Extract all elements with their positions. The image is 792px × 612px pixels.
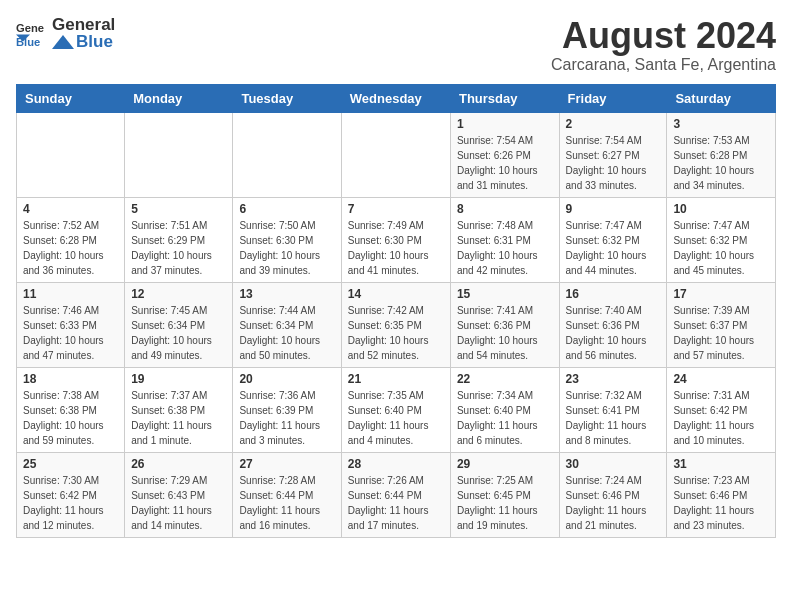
col-thursday: Thursday <box>450 84 559 112</box>
day-info: Sunrise: 7:40 AMSunset: 6:36 PMDaylight:… <box>566 303 661 363</box>
day-info: Sunrise: 7:54 AMSunset: 6:27 PMDaylight:… <box>566 133 661 193</box>
calendar-cell: 22Sunrise: 7:34 AMSunset: 6:40 PMDayligh… <box>450 367 559 452</box>
day-info: Sunrise: 7:46 AMSunset: 6:33 PMDaylight:… <box>23 303 118 363</box>
day-number: 18 <box>23 372 118 386</box>
col-friday: Friday <box>559 84 667 112</box>
calendar-cell: 7Sunrise: 7:49 AMSunset: 6:30 PMDaylight… <box>341 197 450 282</box>
calendar-cell: 8Sunrise: 7:48 AMSunset: 6:31 PMDaylight… <box>450 197 559 282</box>
title-section: August 2024 Carcarana, Santa Fe, Argenti… <box>551 16 776 74</box>
day-info: Sunrise: 7:23 AMSunset: 6:46 PMDaylight:… <box>673 473 769 533</box>
day-number: 13 <box>239 287 334 301</box>
day-info: Sunrise: 7:32 AMSunset: 6:41 PMDaylight:… <box>566 388 661 448</box>
day-number: 7 <box>348 202 444 216</box>
calendar-cell: 27Sunrise: 7:28 AMSunset: 6:44 PMDayligh… <box>233 452 341 537</box>
day-number: 14 <box>348 287 444 301</box>
day-number: 9 <box>566 202 661 216</box>
day-number: 23 <box>566 372 661 386</box>
day-number: 8 <box>457 202 553 216</box>
calendar-cell: 20Sunrise: 7:36 AMSunset: 6:39 PMDayligh… <box>233 367 341 452</box>
calendar-cell <box>233 112 341 197</box>
day-number: 30 <box>566 457 661 471</box>
day-info: Sunrise: 7:50 AMSunset: 6:30 PMDaylight:… <box>239 218 334 278</box>
col-tuesday: Tuesday <box>233 84 341 112</box>
day-info: Sunrise: 7:47 AMSunset: 6:32 PMDaylight:… <box>673 218 769 278</box>
day-number: 5 <box>131 202 226 216</box>
page-title: August 2024 <box>551 16 776 56</box>
day-info: Sunrise: 7:52 AMSunset: 6:28 PMDaylight:… <box>23 218 118 278</box>
day-info: Sunrise: 7:28 AMSunset: 6:44 PMDaylight:… <box>239 473 334 533</box>
day-info: Sunrise: 7:36 AMSunset: 6:39 PMDaylight:… <box>239 388 334 448</box>
calendar-cell: 14Sunrise: 7:42 AMSunset: 6:35 PMDayligh… <box>341 282 450 367</box>
day-number: 1 <box>457 117 553 131</box>
col-saturday: Saturday <box>667 84 776 112</box>
calendar-cell: 25Sunrise: 7:30 AMSunset: 6:42 PMDayligh… <box>17 452 125 537</box>
day-number: 3 <box>673 117 769 131</box>
calendar-cell: 19Sunrise: 7:37 AMSunset: 6:38 PMDayligh… <box>125 367 233 452</box>
calendar-cell: 17Sunrise: 7:39 AMSunset: 6:37 PMDayligh… <box>667 282 776 367</box>
logo-general-text: General <box>52 16 115 33</box>
calendar-cell: 16Sunrise: 7:40 AMSunset: 6:36 PMDayligh… <box>559 282 667 367</box>
day-info: Sunrise: 7:26 AMSunset: 6:44 PMDaylight:… <box>348 473 444 533</box>
calendar-cell: 6Sunrise: 7:50 AMSunset: 6:30 PMDaylight… <box>233 197 341 282</box>
day-number: 19 <box>131 372 226 386</box>
page-header: General Blue General Blue August 2024 Ca… <box>16 16 776 74</box>
day-number: 24 <box>673 372 769 386</box>
day-number: 6 <box>239 202 334 216</box>
calendar-cell: 30Sunrise: 7:24 AMSunset: 6:46 PMDayligh… <box>559 452 667 537</box>
calendar-cell: 31Sunrise: 7:23 AMSunset: 6:46 PMDayligh… <box>667 452 776 537</box>
calendar-week-1: 1Sunrise: 7:54 AMSunset: 6:26 PMDaylight… <box>17 112 776 197</box>
calendar-cell: 2Sunrise: 7:54 AMSunset: 6:27 PMDaylight… <box>559 112 667 197</box>
calendar-cell: 28Sunrise: 7:26 AMSunset: 6:44 PMDayligh… <box>341 452 450 537</box>
day-info: Sunrise: 7:45 AMSunset: 6:34 PMDaylight:… <box>131 303 226 363</box>
day-info: Sunrise: 7:29 AMSunset: 6:43 PMDaylight:… <box>131 473 226 533</box>
logo-triangle-icon <box>52 35 74 49</box>
day-info: Sunrise: 7:51 AMSunset: 6:29 PMDaylight:… <box>131 218 226 278</box>
calendar-cell: 1Sunrise: 7:54 AMSunset: 6:26 PMDaylight… <box>450 112 559 197</box>
col-monday: Monday <box>125 84 233 112</box>
calendar-week-2: 4Sunrise: 7:52 AMSunset: 6:28 PMDaylight… <box>17 197 776 282</box>
logo-blue-text: Blue <box>76 33 113 50</box>
logo-icon: General Blue <box>16 19 44 47</box>
day-info: Sunrise: 7:34 AMSunset: 6:40 PMDaylight:… <box>457 388 553 448</box>
day-info: Sunrise: 7:53 AMSunset: 6:28 PMDaylight:… <box>673 133 769 193</box>
day-number: 22 <box>457 372 553 386</box>
calendar-cell: 13Sunrise: 7:44 AMSunset: 6:34 PMDayligh… <box>233 282 341 367</box>
calendar-cell <box>125 112 233 197</box>
day-number: 25 <box>23 457 118 471</box>
day-info: Sunrise: 7:30 AMSunset: 6:42 PMDaylight:… <box>23 473 118 533</box>
day-info: Sunrise: 7:35 AMSunset: 6:40 PMDaylight:… <box>348 388 444 448</box>
day-info: Sunrise: 7:25 AMSunset: 6:45 PMDaylight:… <box>457 473 553 533</box>
day-info: Sunrise: 7:47 AMSunset: 6:32 PMDaylight:… <box>566 218 661 278</box>
calendar-cell: 12Sunrise: 7:45 AMSunset: 6:34 PMDayligh… <box>125 282 233 367</box>
day-info: Sunrise: 7:24 AMSunset: 6:46 PMDaylight:… <box>566 473 661 533</box>
day-info: Sunrise: 7:37 AMSunset: 6:38 PMDaylight:… <box>131 388 226 448</box>
calendar-cell: 9Sunrise: 7:47 AMSunset: 6:32 PMDaylight… <box>559 197 667 282</box>
day-number: 17 <box>673 287 769 301</box>
day-number: 27 <box>239 457 334 471</box>
calendar-cell: 23Sunrise: 7:32 AMSunset: 6:41 PMDayligh… <box>559 367 667 452</box>
day-number: 12 <box>131 287 226 301</box>
calendar-table: Sunday Monday Tuesday Wednesday Thursday… <box>16 84 776 538</box>
day-number: 16 <box>566 287 661 301</box>
col-wednesday: Wednesday <box>341 84 450 112</box>
calendar-cell <box>17 112 125 197</box>
day-number: 29 <box>457 457 553 471</box>
calendar-cell: 3Sunrise: 7:53 AMSunset: 6:28 PMDaylight… <box>667 112 776 197</box>
day-number: 15 <box>457 287 553 301</box>
day-number: 31 <box>673 457 769 471</box>
calendar-week-5: 25Sunrise: 7:30 AMSunset: 6:42 PMDayligh… <box>17 452 776 537</box>
day-info: Sunrise: 7:41 AMSunset: 6:36 PMDaylight:… <box>457 303 553 363</box>
day-info: Sunrise: 7:31 AMSunset: 6:42 PMDaylight:… <box>673 388 769 448</box>
day-info: Sunrise: 7:39 AMSunset: 6:37 PMDaylight:… <box>673 303 769 363</box>
calendar-cell: 26Sunrise: 7:29 AMSunset: 6:43 PMDayligh… <box>125 452 233 537</box>
day-number: 26 <box>131 457 226 471</box>
calendar-week-3: 11Sunrise: 7:46 AMSunset: 6:33 PMDayligh… <box>17 282 776 367</box>
day-info: Sunrise: 7:42 AMSunset: 6:35 PMDaylight:… <box>348 303 444 363</box>
day-number: 20 <box>239 372 334 386</box>
day-number: 10 <box>673 202 769 216</box>
calendar-cell: 18Sunrise: 7:38 AMSunset: 6:38 PMDayligh… <box>17 367 125 452</box>
calendar-week-4: 18Sunrise: 7:38 AMSunset: 6:38 PMDayligh… <box>17 367 776 452</box>
day-number: 4 <box>23 202 118 216</box>
day-info: Sunrise: 7:44 AMSunset: 6:34 PMDaylight:… <box>239 303 334 363</box>
logo: General Blue General Blue <box>16 16 115 50</box>
